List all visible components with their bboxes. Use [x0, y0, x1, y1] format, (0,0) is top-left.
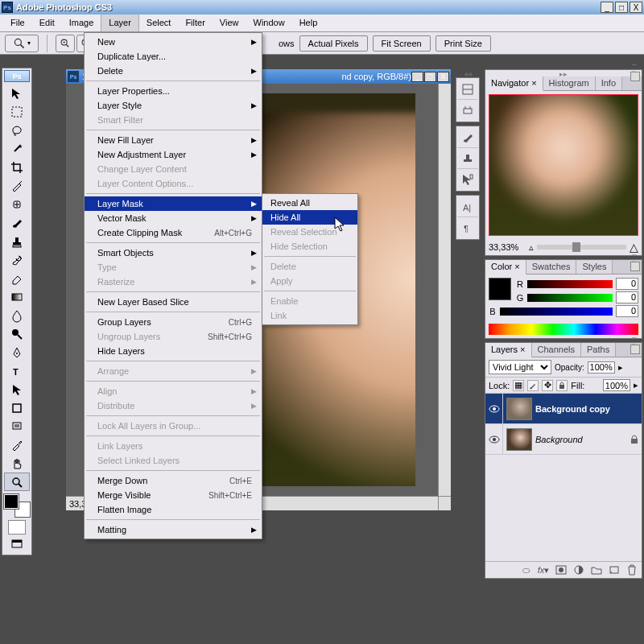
link-layers-button[interactable]: ⬭: [519, 564, 532, 576]
visibility-toggle[interactable]: [485, 424, 503, 454]
tool-pen[interactable]: [4, 343, 30, 361]
menu-item[interactable]: Layer Style▶: [85, 98, 262, 113]
b-slider[interactable]: [500, 308, 613, 316]
tool-brush[interactable]: [4, 213, 30, 232]
fill-value[interactable]: 100%: [603, 379, 630, 391]
layer-thumbnail[interactable]: [506, 428, 532, 451]
actual-pixels-button[interactable]: Actual Pixels: [299, 35, 368, 52]
zoom-in-button[interactable]: [56, 35, 75, 52]
tab-swatches[interactable]: Swatches: [526, 260, 577, 274]
tab-navigator[interactable]: Navigator ×: [485, 76, 543, 91]
menu-item[interactable]: Delete▶: [85, 64, 262, 78]
menu-help[interactable]: Help: [292, 14, 325, 31]
layer-name[interactable]: Background copy: [535, 404, 642, 414]
b-value[interactable]: 0: [616, 305, 638, 317]
layer-fx-button[interactable]: fx▾: [537, 564, 550, 576]
menu-item[interactable]: New Adjustment Layer▶: [85, 147, 262, 162]
tool-eraser[interactable]: [4, 269, 30, 287]
blend-mode-select[interactable]: Vivid Light: [489, 360, 551, 374]
tool-move[interactable]: [4, 84, 30, 102]
tool-shape[interactable]: [4, 398, 30, 417]
menu-view[interactable]: View: [213, 14, 246, 31]
lock-all-button[interactable]: [556, 380, 568, 391]
lock-position-button[interactable]: ✥: [542, 380, 553, 391]
adjustment-layer-button[interactable]: [572, 564, 585, 576]
tool-path-select[interactable]: [4, 380, 30, 398]
window-maximize-button[interactable]: □: [615, 2, 628, 13]
dock-button-brushes[interactable]: [457, 127, 478, 148]
menu-filter[interactable]: Filter: [178, 14, 212, 31]
screen-mode-button[interactable]: [4, 535, 30, 553]
menu-image[interactable]: Image: [62, 14, 101, 31]
layer-name[interactable]: Background: [535, 435, 627, 444]
dock-button-tool-presets[interactable]: [457, 169, 478, 190]
tab-info[interactable]: Info: [596, 76, 622, 90]
tool-zoom[interactable]: [4, 473, 30, 491]
menu-item[interactable]: Group LayersCtrl+G: [85, 315, 262, 329]
document-resize-corner[interactable]: [438, 496, 451, 510]
navigator-zoom-value[interactable]: 33,33%: [489, 242, 526, 252]
tool-gradient[interactable]: [4, 287, 30, 306]
tool-history-brush[interactable]: [4, 250, 30, 269]
print-size-button[interactable]: Print Size: [436, 35, 491, 52]
tab-styles[interactable]: Styles: [576, 260, 613, 274]
layer-row[interactable]: Background: [485, 424, 642, 455]
navigator-preview[interactable]: [489, 94, 638, 236]
tab-paths[interactable]: Paths: [581, 343, 616, 357]
tool-stamp[interactable]: [4, 232, 30, 250]
r-value[interactable]: 0: [616, 278, 638, 290]
menu-item[interactable]: Hide Layers: [85, 344, 262, 358]
toolbox-header[interactable]: Ps: [4, 70, 30, 82]
color-options-button[interactable]: [630, 262, 640, 271]
window-close-button[interactable]: X: [630, 2, 642, 13]
g-value[interactable]: 0: [616, 291, 638, 303]
quick-mask-button[interactable]: [8, 520, 26, 535]
document-minimize-button[interactable]: _: [411, 72, 423, 82]
new-layer-button[interactable]: [608, 564, 621, 576]
layer-row[interactable]: Background copy: [485, 394, 642, 424]
zoom-out-icon[interactable]: ▵: [529, 242, 534, 253]
menu-layer[interactable]: Layer: [101, 14, 139, 31]
tool-lasso[interactable]: [4, 121, 30, 139]
dock-button-clone[interactable]: [457, 148, 478, 169]
delete-layer-button[interactable]: [625, 564, 638, 576]
r-slider[interactable]: [527, 280, 613, 288]
layers-options-button[interactable]: [630, 345, 640, 354]
menu-item[interactable]: New▶: [85, 35, 262, 49]
dock-button-character[interactable]: A|: [457, 196, 478, 217]
menu-item[interactable]: New Layer Based Slice: [85, 295, 262, 309]
menu-item[interactable]: Flatten Image: [85, 502, 262, 517]
tab-layers[interactable]: Layers ×: [485, 343, 532, 357]
document-maximize-button[interactable]: □: [424, 72, 436, 82]
menu-item[interactable]: Smart Objects▶: [85, 246, 262, 260]
color-spectrum[interactable]: [489, 324, 638, 335]
layer-thumbnail[interactable]: [506, 398, 532, 420]
tool-blur[interactable]: [4, 306, 30, 324]
dock-button-paragraph[interactable]: ¶: [457, 217, 478, 238]
g-slider[interactable]: [527, 294, 613, 302]
tool-marquee[interactable]: [4, 102, 30, 121]
tab-color[interactable]: Color ×: [485, 260, 526, 275]
menu-item[interactable]: Merge DownCtrl+E: [85, 473, 262, 488]
navigator-zoom-slider[interactable]: [537, 245, 626, 250]
menu-item[interactable]: Vector Mask▶: [85, 211, 262, 225]
lock-pixels-button[interactable]: [527, 380, 539, 391]
tool-slice[interactable]: [4, 176, 30, 195]
dock-button-1[interactable]: [457, 79, 478, 100]
menu-select[interactable]: Select: [139, 14, 179, 31]
dock-button-2[interactable]: [457, 100, 478, 121]
tool-dodge[interactable]: [4, 324, 30, 343]
menu-item[interactable]: Layer Mask▶: [85, 196, 262, 211]
layer-mask-button[interactable]: [555, 564, 568, 576]
menu-item[interactable]: Create Clipping MaskAlt+Ctrl+G: [85, 225, 262, 240]
document-close-button[interactable]: X: [437, 72, 449, 82]
submenu-item[interactable]: Reveal All: [262, 196, 357, 210]
color-swatches[interactable]: [4, 494, 30, 517]
tool-preset-picker[interactable]: ▾: [5, 35, 39, 52]
tool-crop[interactable]: [4, 158, 30, 176]
menu-edit[interactable]: Edit: [32, 14, 62, 31]
navigator-options-button[interactable]: [630, 72, 640, 81]
tool-wand[interactable]: [4, 139, 30, 158]
menu-item[interactable]: Merge VisibleShift+Ctrl+E: [85, 488, 262, 502]
layers-close-icon[interactable]: ─ x: [632, 334, 640, 341]
